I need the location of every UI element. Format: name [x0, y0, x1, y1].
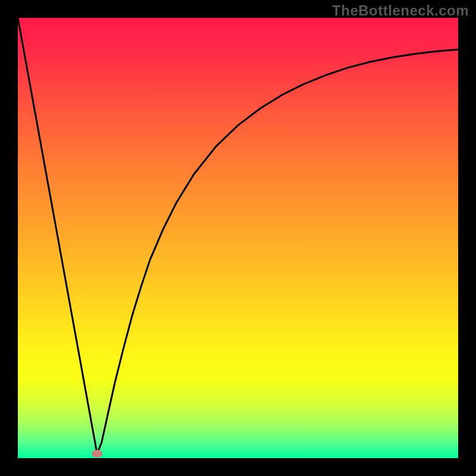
chart-frame: TheBottleneck.com: [0, 0, 476, 476]
chart-svg: [18, 18, 458, 458]
gradient-background: [18, 18, 458, 458]
watermark-text: TheBottleneck.com: [332, 2, 469, 19]
plot-area: [18, 18, 458, 458]
optimum-marker: [92, 450, 102, 458]
